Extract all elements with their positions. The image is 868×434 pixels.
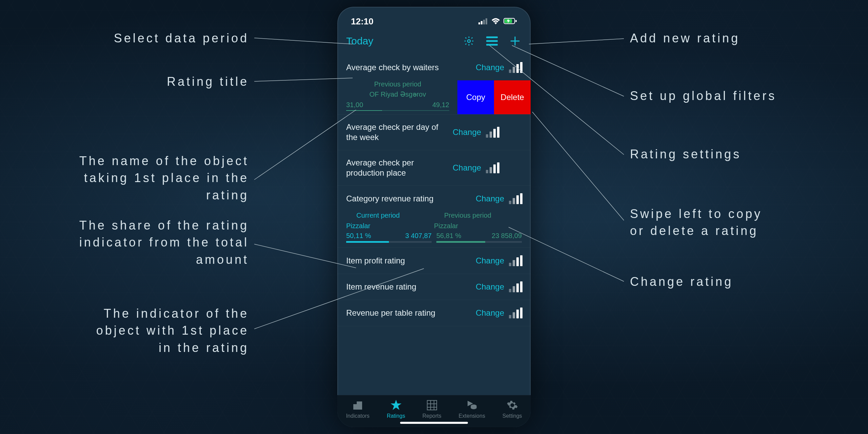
svg-rect-1 [481, 21, 482, 24]
value-right: 49,12 [432, 101, 449, 109]
tab-label: Settings [502, 413, 522, 419]
svg-rect-3 [486, 18, 487, 24]
previous-top-name: Pizzalar [434, 222, 522, 230]
rating-item[interactable]: Item revenue rating Change [337, 274, 531, 300]
grid-icon [426, 399, 438, 412]
change-link[interactable]: Change [476, 308, 504, 318]
rating-item[interactable]: Average check per production place Chang… [337, 150, 531, 186]
cellular-icon [478, 16, 488, 27]
ratings-list: Average check by waiters Change Previous… [337, 55, 531, 326]
previous-bar [436, 241, 522, 243]
callout-select-period: Select data period [114, 31, 249, 45]
rating-title: Category revenue rating [346, 194, 471, 204]
star-icon [390, 399, 402, 412]
tab-reports[interactable]: Reports [422, 399, 441, 419]
add-rating-icon[interactable] [508, 34, 522, 48]
previous-pct: 56,81 % [436, 232, 461, 240]
change-link[interactable]: Change [476, 282, 504, 292]
period-selector[interactable]: Today [346, 35, 453, 47]
callout-global-filters: Set up global filters [630, 89, 776, 103]
status-time: 12:10 [351, 16, 374, 27]
svg-rect-0 [478, 22, 480, 24]
bars-icon[interactable] [509, 308, 522, 318]
rating-item[interactable]: Average check by waiters Change Previous… [337, 55, 531, 115]
copy-button[interactable]: Copy [457, 80, 494, 114]
previous-val: 23 858,09 [492, 232, 522, 240]
callout-change-rating: Change rating [630, 275, 733, 289]
tab-label: Indicators [346, 413, 369, 419]
battery-icon [504, 16, 517, 27]
callout-rating-settings: Rating settings [630, 147, 741, 161]
phone-frame: 12:10 Today Average check [337, 7, 531, 427]
delete-button[interactable]: Delete [494, 80, 531, 114]
callout-indicator: The indicator of the object with 1st pla… [96, 305, 249, 356]
rating-title: Revenue per table rating [346, 308, 471, 318]
bars-icon[interactable] [509, 255, 522, 266]
tab-indicators[interactable]: Indicators [346, 399, 369, 419]
period-label-previous: Previous period [346, 80, 449, 88]
home-indicator [400, 422, 468, 424]
current-pct: 50,11 % [346, 232, 371, 240]
value-left: 31,00 [346, 101, 363, 109]
change-link[interactable]: Change [453, 127, 481, 137]
bars-icon[interactable] [486, 127, 499, 138]
tab-label: Reports [422, 413, 441, 419]
tab-label: Ratings [387, 413, 405, 419]
callout-object-name: The name of the object taking 1st place … [79, 153, 249, 204]
current-top-name: Pizzalar [346, 222, 434, 230]
wifi-icon [491, 16, 500, 27]
filters-list-icon[interactable] [485, 34, 499, 48]
current-period-label: Current period [346, 212, 434, 219]
tab-ratings[interactable]: Ratings [387, 399, 405, 419]
change-link[interactable]: Change [453, 163, 481, 173]
bars-icon[interactable] [486, 162, 499, 173]
tab-settings[interactable]: Settings [502, 399, 522, 419]
callout-rating-title: Rating title [167, 75, 249, 89]
status-bar: 12:10 [337, 7, 531, 30]
gear-icon [506, 399, 519, 412]
app-header: Today [337, 30, 531, 55]
tab-label: Extensions [459, 413, 485, 419]
bars-icon[interactable] [509, 281, 522, 292]
swipe-revealed-row: Previous period OF Riyad Əsgərov 31,00 4… [337, 80, 531, 114]
top-object-name: OF Riyad Əsgərov [346, 90, 449, 98]
svg-rect-13 [427, 400, 437, 410]
rating-item[interactable]: Average check per day of the week Change [337, 115, 531, 150]
callout-swipe: Swipe left to copy or delete a rating [630, 205, 762, 240]
callout-share: The share of the rating indicator from t… [79, 217, 249, 268]
category-detail: Current period Previous period Pizzalar … [337, 212, 531, 248]
rating-item[interactable]: Item profit rating Change [337, 248, 531, 274]
svg-rect-2 [483, 20, 485, 24]
change-link[interactable]: Change [476, 194, 504, 203]
bars-icon[interactable] [509, 193, 522, 204]
svg-rect-5 [515, 20, 517, 22]
rating-title: Average check per production place [346, 158, 448, 178]
change-link[interactable]: Change [476, 256, 504, 265]
bars-icon[interactable] [509, 62, 522, 73]
previous-period-label: Previous period [434, 212, 522, 219]
current-bar [346, 241, 432, 243]
rating-title: Item revenue rating [346, 282, 471, 292]
rating-title: Average check by waiters [346, 62, 471, 73]
current-val: 3 407,87 [405, 232, 432, 240]
svg-point-19 [471, 405, 477, 408]
rating-title: Item profit rating [346, 256, 471, 266]
svg-point-7 [468, 40, 470, 42]
rating-title: Average check per day of the week [346, 122, 448, 142]
tab-extensions[interactable]: Extensions [459, 399, 485, 419]
indicators-icon [351, 399, 364, 412]
callout-add-rating: Add new rating [630, 31, 740, 45]
status-right [478, 16, 517, 27]
rating-item[interactable]: Revenue per table rating Change [337, 300, 531, 326]
extensions-icon [466, 399, 478, 412]
rating-item[interactable]: Category revenue rating Change Current p… [337, 186, 531, 248]
change-link[interactable]: Change [476, 63, 504, 72]
progress-bar [346, 110, 449, 111]
settings-gear-icon[interactable] [462, 34, 476, 48]
